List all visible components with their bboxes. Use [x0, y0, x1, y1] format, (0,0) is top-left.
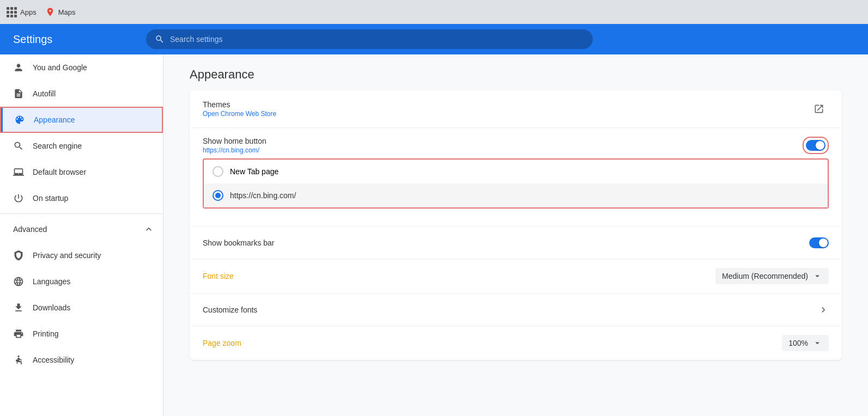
radio-circle-new-tab	[213, 166, 223, 177]
sidebar-item-accessibility[interactable]: Accessibility	[0, 347, 163, 373]
main-layout: You and Google Autofill Appearance Searc…	[0, 54, 868, 416]
sidebar: You and Google Autofill Appearance Searc…	[0, 54, 163, 416]
home-button-primary-label: Show home button	[203, 137, 803, 145]
page-title: Appearance	[190, 68, 842, 82]
settings-header: Settings	[0, 24, 868, 54]
sidebar-item-privacy-security[interactable]: Privacy and security	[0, 242, 163, 268]
page-zoom-value: 100%	[788, 339, 808, 347]
font-size-primary-label: Font size	[203, 272, 715, 280]
sidebar-label-default-browser: Default browser	[33, 168, 86, 176]
custom-url-input[interactable]	[230, 191, 819, 200]
sidebar-item-you-and-google[interactable]: You and Google	[0, 54, 163, 81]
page-zoom-label-group: Page zoom	[203, 339, 782, 347]
external-link-icon[interactable]	[809, 99, 829, 119]
sidebar-item-printing[interactable]: Printing	[0, 321, 163, 347]
settings-title: Settings	[13, 33, 133, 46]
sidebar-item-search-engine[interactable]: Search engine	[0, 133, 163, 159]
accessibility-icon	[13, 354, 24, 365]
sidebar-item-autofill[interactable]: Autofill	[0, 81, 163, 107]
sidebar-label-you-and-google: You and Google	[33, 63, 87, 72]
maps-icon	[45, 7, 55, 17]
sidebar-item-languages[interactable]: Languages	[0, 268, 163, 295]
show-bookmarks-bar-row: Show bookmarks bar	[190, 227, 842, 259]
radio-label-new-tab: New Tab page	[230, 167, 278, 176]
customize-fonts-row[interactable]: Customize fonts	[190, 293, 842, 326]
search-bar-container	[146, 29, 593, 49]
power-icon	[13, 193, 24, 204]
printer-icon	[13, 328, 24, 339]
sidebar-label-privacy-security: Privacy and security	[33, 251, 101, 260]
sidebar-label-autofill: Autofill	[33, 89, 56, 98]
sidebar-divider	[0, 213, 163, 214]
search-nav-icon	[13, 140, 24, 151]
toggle-thumb	[816, 141, 824, 150]
bookmarks-label-group: Show bookmarks bar	[203, 238, 809, 247]
bookmarks-primary-label: Show bookmarks bar	[203, 238, 809, 247]
sidebar-item-downloads[interactable]: Downloads	[0, 295, 163, 321]
show-home-button-row: Show home button https://cn.bing.com/ Ne…	[190, 128, 842, 227]
home-button-secondary-label: https://cn.bing.com/	[203, 146, 803, 154]
page-zoom-primary-label: Page zoom	[203, 339, 782, 347]
customize-fonts-label-group: Customize fonts	[203, 305, 818, 314]
show-home-button-toggle[interactable]	[806, 140, 825, 151]
svg-point-0	[17, 356, 19, 357]
palette-icon	[14, 114, 25, 125]
sidebar-label-printing: Printing	[33, 329, 58, 338]
document-icon	[13, 88, 24, 99]
chevron-right-icon	[818, 304, 829, 315]
chevron-down-zoom-icon	[812, 338, 822, 348]
font-size-value: Medium (Recommended)	[722, 272, 808, 280]
sidebar-label-languages: Languages	[33, 277, 70, 286]
monitor-icon	[13, 167, 24, 178]
home-button-radio-box: New Tab page	[203, 158, 829, 209]
themes-secondary-label: Open Chrome Web Store	[203, 110, 809, 118]
sidebar-label-accessibility: Accessibility	[33, 356, 74, 364]
sidebar-item-default-browser[interactable]: Default browser	[0, 159, 163, 185]
themes-label-group: Themes Open Chrome Web Store	[203, 100, 809, 118]
maps-label: Maps	[58, 8, 76, 16]
apps-grid-icon	[7, 7, 17, 17]
show-bookmarks-bar-toggle[interactable]	[809, 237, 829, 248]
home-button-label-group: Show home button https://cn.bing.com/	[203, 137, 803, 154]
search-icon	[155, 34, 165, 44]
sidebar-item-appearance[interactable]: Appearance	[0, 107, 163, 133]
sidebar-label-on-startup: On startup	[33, 194, 68, 203]
search-input[interactable]	[170, 35, 584, 44]
sidebar-label-downloads: Downloads	[33, 303, 70, 312]
radio-option-custom-url[interactable]	[204, 183, 828, 207]
sidebar-label-appearance: Appearance	[34, 115, 75, 124]
toggle-thumb-bookmarks	[819, 238, 828, 247]
themes-primary-label: Themes	[203, 100, 809, 109]
chevron-down-icon	[812, 271, 822, 281]
sidebar-label-search-engine: Search engine	[33, 142, 82, 150]
page-zoom-dropdown[interactable]: 100%	[782, 335, 829, 351]
font-size-row: Font size Medium (Recommended)	[190, 259, 842, 293]
apps-label: Apps	[20, 8, 37, 16]
sidebar-item-on-startup[interactable]: On startup	[0, 185, 163, 211]
font-size-label-group: Font size	[203, 272, 715, 280]
font-size-dropdown[interactable]: Medium (Recommended)	[715, 268, 829, 284]
customize-fonts-primary-label: Customize fonts	[203, 305, 818, 314]
page-zoom-row: Page zoom 100%	[190, 326, 842, 360]
appearance-card: Themes Open Chrome Web Store Show home b…	[190, 90, 842, 360]
person-icon	[13, 62, 24, 73]
maps-tab-item[interactable]: Maps	[45, 7, 76, 17]
shield-icon	[13, 250, 24, 261]
themes-row: Themes Open Chrome Web Store	[190, 90, 842, 128]
chevron-up-icon	[143, 224, 154, 235]
content-area: Appearance Themes Open Chrome Web Store …	[163, 54, 868, 416]
apps-tab-item[interactable]: Apps	[7, 7, 37, 17]
advanced-label: Advanced	[13, 225, 47, 234]
radio-circle-custom-url	[213, 190, 223, 201]
advanced-section-header[interactable]: Advanced	[0, 216, 163, 242]
radio-option-new-tab[interactable]: New Tab page	[204, 160, 828, 183]
browser-tabs-bar: Apps Maps	[0, 0, 868, 24]
globe-icon	[13, 276, 24, 287]
home-button-toggle-wrapper	[803, 137, 829, 154]
download-icon	[13, 302, 24, 313]
